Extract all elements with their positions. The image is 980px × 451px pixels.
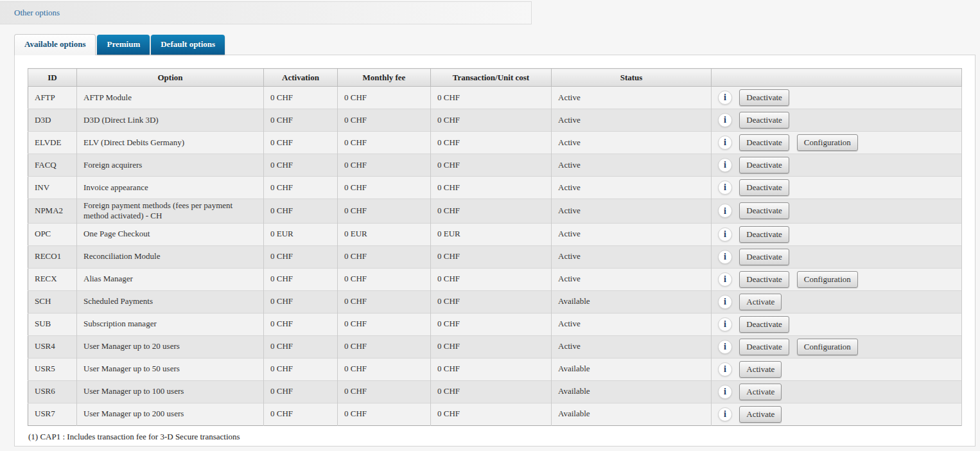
monthly-fee-cell: 0 CHF bbox=[338, 199, 431, 224]
activate-button[interactable]: Activate bbox=[739, 384, 782, 400]
status-cell: Active bbox=[552, 335, 712, 358]
configuration-button[interactable]: Configuration bbox=[797, 339, 858, 355]
info-icon[interactable]: i bbox=[718, 227, 732, 242]
deactivate-button[interactable]: Deactivate bbox=[739, 271, 789, 288]
monthly-fee-cell: 0 CHF bbox=[338, 87, 431, 109]
column-header-option: Option bbox=[77, 69, 264, 87]
actions-cell: i Deactivate bbox=[712, 87, 962, 109]
deactivate-button[interactable]: Deactivate bbox=[739, 179, 789, 196]
monthly-fee-cell: 0 CHF bbox=[338, 380, 431, 403]
info-icon[interactable]: i bbox=[718, 181, 732, 195]
table-row: ELVDE ELV (Direct Debits Germany) 0 CHF … bbox=[28, 132, 962, 154]
activation-fee-cell: 0 CHF bbox=[264, 358, 338, 380]
info-icon[interactable]: i bbox=[718, 91, 732, 105]
info-icon[interactable]: i bbox=[718, 158, 732, 172]
option-id-cell: SUB bbox=[28, 313, 77, 335]
info-icon[interactable]: i bbox=[718, 295, 732, 309]
transaction-cost-cell: 0 CHF bbox=[431, 154, 552, 177]
activation-fee-cell: 0 CHF bbox=[264, 403, 338, 425]
status-cell: Active bbox=[552, 177, 712, 199]
monthly-fee-cell: 0 CHF bbox=[338, 358, 431, 380]
status-cell: Available bbox=[552, 380, 712, 403]
actions-cell: i DeactivateConfiguration bbox=[712, 132, 962, 154]
tab-content-panel: ID Option Activation Monthly fee Transac… bbox=[14, 55, 976, 447]
tab-default-options[interactable]: Default options bbox=[151, 35, 225, 55]
status-cell: Available bbox=[552, 290, 712, 313]
section-header-bar: Other options bbox=[0, 1, 532, 24]
option-id-cell: USR7 bbox=[28, 403, 77, 425]
transaction-cost-cell: 0 CHF bbox=[431, 335, 552, 358]
transaction-cost-cell: 0 CHF bbox=[431, 313, 552, 335]
activation-fee-cell: 0 CHF bbox=[264, 154, 338, 177]
info-icon[interactable]: i bbox=[718, 317, 732, 332]
column-header-status: Status bbox=[552, 69, 712, 87]
monthly-fee-cell: 0 CHF bbox=[338, 245, 431, 268]
activate-button[interactable]: Activate bbox=[739, 294, 782, 310]
status-cell: Available bbox=[552, 358, 712, 380]
actions-cell: i Activate bbox=[712, 290, 962, 313]
options-table-body: AFTP AFTP Module 0 CHF 0 CHF 0 CHF Activ… bbox=[28, 87, 962, 426]
option-id-cell: SCH bbox=[28, 290, 77, 313]
transaction-cost-cell: 0 CHF bbox=[431, 132, 552, 154]
deactivate-button[interactable]: Deactivate bbox=[739, 226, 789, 243]
deactivate-button[interactable]: Deactivate bbox=[739, 89, 789, 106]
activation-fee-cell: 0 CHF bbox=[264, 177, 338, 199]
table-row: D3D D3D (Direct Link 3D) 0 CHF 0 CHF 0 C… bbox=[28, 109, 962, 132]
deactivate-button[interactable]: Deactivate bbox=[739, 157, 789, 173]
table-row: USR7 User Manager up to 200 users 0 CHF … bbox=[28, 403, 962, 425]
deactivate-button[interactable]: Deactivate bbox=[739, 316, 789, 333]
info-icon[interactable]: i bbox=[718, 407, 732, 421]
activation-fee-cell: 0 CHF bbox=[264, 132, 338, 154]
activation-fee-cell: 0 CHF bbox=[264, 245, 338, 268]
info-icon[interactable]: i bbox=[718, 340, 732, 354]
table-row: INV Invoice appearance 0 CHF 0 CHF 0 CHF… bbox=[28, 177, 962, 199]
configuration-button[interactable]: Configuration bbox=[797, 134, 858, 151]
actions-cell: i Deactivate bbox=[712, 109, 962, 132]
table-row: USR5 User Manager up to 50 users 0 CHF 0… bbox=[28, 358, 962, 380]
column-header-actions bbox=[712, 69, 962, 87]
option-name-cell: User Manager up to 200 users bbox=[77, 403, 264, 425]
info-icon[interactable]: i bbox=[718, 113, 732, 127]
info-icon[interactable]: i bbox=[718, 385, 732, 399]
option-name-cell: Invoice appearance bbox=[77, 177, 264, 199]
info-icon[interactable]: i bbox=[718, 272, 732, 287]
table-row: RECX Alias Manager 0 CHF 0 CHF 0 CHF Act… bbox=[28, 268, 962, 290]
section-title: Other options bbox=[14, 8, 60, 18]
tab-premium[interactable]: Premium bbox=[97, 35, 150, 55]
actions-cell: i Deactivate bbox=[712, 245, 962, 268]
activation-fee-cell: 0 CHF bbox=[264, 335, 338, 358]
activation-fee-cell: 0 CHF bbox=[264, 268, 338, 290]
activate-button[interactable]: Activate bbox=[739, 361, 782, 378]
activation-fee-cell: 0 CHF bbox=[264, 87, 338, 109]
deactivate-button[interactable]: Deactivate bbox=[739, 202, 789, 219]
deactivate-button[interactable]: Deactivate bbox=[739, 339, 789, 355]
option-name-cell: Foreign payment methods (fees per paymen… bbox=[77, 199, 264, 224]
actions-cell: i DeactivateConfiguration bbox=[712, 268, 962, 290]
option-name-cell: D3D (Direct Link 3D) bbox=[77, 109, 264, 132]
info-icon[interactable]: i bbox=[718, 250, 732, 264]
deactivate-button[interactable]: Deactivate bbox=[739, 134, 789, 151]
status-cell: Available bbox=[552, 403, 712, 425]
info-icon[interactable]: i bbox=[718, 204, 732, 218]
info-icon[interactable]: i bbox=[718, 136, 732, 150]
transaction-cost-cell: 0 CHF bbox=[431, 177, 552, 199]
tab-available-options[interactable]: Available options bbox=[14, 34, 96, 55]
option-id-cell: NPMA2 bbox=[28, 199, 77, 224]
option-id-cell: D3D bbox=[28, 109, 77, 132]
status-cell: Active bbox=[552, 313, 712, 335]
table-header-row: ID Option Activation Monthly fee Transac… bbox=[28, 69, 962, 87]
info-icon[interactable]: i bbox=[718, 362, 732, 376]
option-name-cell: One Page Checkout bbox=[77, 223, 264, 245]
activation-fee-cell: 0 CHF bbox=[264, 313, 338, 335]
deactivate-button[interactable]: Deactivate bbox=[739, 112, 789, 128]
options-table: ID Option Activation Monthly fee Transac… bbox=[28, 68, 962, 426]
transaction-cost-cell: 0 CHF bbox=[431, 380, 552, 403]
actions-cell: i Deactivate bbox=[712, 199, 962, 224]
table-row: USR6 User Manager up to 100 users 0 CHF … bbox=[28, 380, 962, 403]
activate-button[interactable]: Activate bbox=[739, 406, 782, 423]
deactivate-button[interactable]: Deactivate bbox=[739, 249, 789, 265]
actions-cell: i Activate bbox=[712, 403, 962, 425]
activation-fee-cell: 0 CHF bbox=[264, 290, 338, 313]
transaction-cost-cell: 0 CHF bbox=[431, 87, 552, 109]
configuration-button[interactable]: Configuration bbox=[797, 271, 858, 288]
